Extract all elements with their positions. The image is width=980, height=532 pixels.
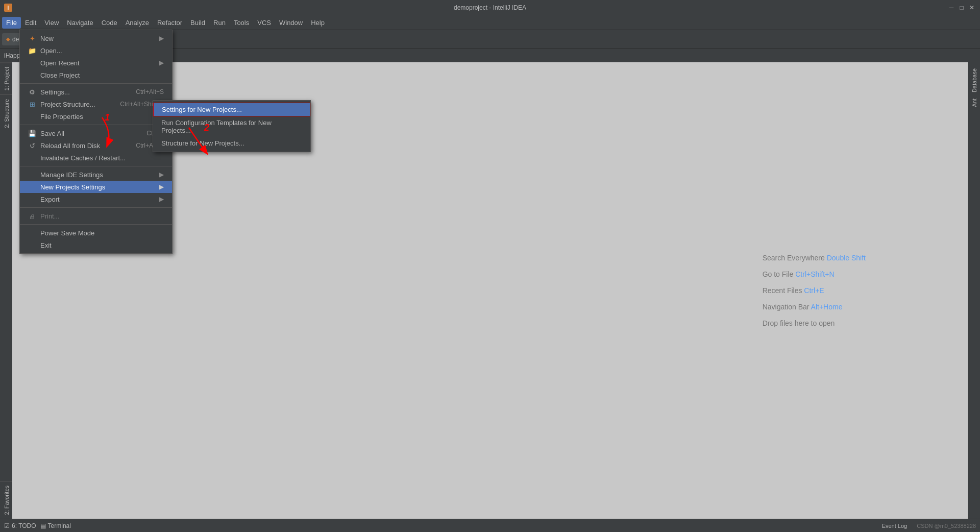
menu-item-file-properties[interactable]: File Properties ▶	[20, 110, 172, 123]
build-menu-item[interactable]: Build	[186, 17, 209, 29]
sidebar-tab-structure[interactable]: 2: Structure	[0, 94, 12, 132]
project-structure-icon: ⊞	[28, 100, 36, 108]
menu-item-export-label: Export	[40, 196, 60, 203]
todo-label: 6: TODO	[12, 522, 36, 529]
sidebar-tab-favorites[interactable]: 2: Favorites	[0, 481, 12, 519]
shortcut-search-key: Double Shift	[827, 254, 866, 262]
new-icon: ✦	[28, 34, 36, 42]
menu-item-new[interactable]: ✦ New ▶	[20, 32, 172, 44]
power-save-icon	[28, 229, 36, 237]
project-name: de	[12, 36, 19, 43]
new-projects-icon	[28, 183, 36, 191]
vcs-menu-item[interactable]: VCS	[253, 17, 275, 29]
terminal-label: Terminal	[48, 522, 71, 529]
title-bar: I demoproject - IntelliJ IDEA ─ □ ✕	[0, 0, 980, 15]
submenu-item-settings-new-projects[interactable]: Settings for New Projects...	[153, 103, 310, 116]
title-bar-controls: ─ □ ✕	[947, 4, 976, 12]
file-menu-dropdown: ✦ New ▶ 📁 Open... Open Recent ▶ Close Pr…	[19, 30, 173, 254]
project-icon: ◆	[6, 36, 10, 42]
window-menu-item[interactable]: Window	[275, 17, 307, 29]
minimize-button[interactable]: ─	[947, 4, 955, 12]
menu-item-invalidate-caches[interactable]: Invalidate Caches / Restart...	[20, 152, 172, 164]
menu-item-manage-ide[interactable]: Manage IDE Settings ▶	[20, 168, 172, 181]
menu-item-settings[interactable]: ⚙ Settings... Ctrl+Alt+S	[20, 86, 172, 98]
shortcut-goto: Go to File Ctrl+Shift+N	[763, 270, 866, 278]
sidebar-spacer	[0, 132, 12, 480]
app-icon: I	[4, 4, 12, 12]
menu-item-manage-ide-label: Manage IDE Settings	[40, 171, 103, 179]
menu-item-new-label: New	[40, 35, 54, 42]
menu-item-power-save[interactable]: Power Save Mode	[20, 227, 172, 239]
right-sidebar-database[interactable]: Database	[969, 66, 979, 94]
menu-item-new-projects-label: New Projects Settings	[40, 183, 105, 191]
shortcut-recent: Recent Files Ctrl+E	[763, 286, 866, 295]
sidebar-tab-project[interactable]: 1: Project	[0, 62, 12, 94]
todo-button[interactable]: ☑ 6: TODO	[4, 522, 36, 529]
credit-label: CSDN @m0_52388228	[917, 523, 976, 529]
menu-item-project-structure[interactable]: ⊞ Project Structure... Ctrl+Alt+Shift+S	[20, 98, 172, 110]
close-project-icon	[28, 71, 36, 79]
save-all-icon: 💾	[28, 129, 36, 137]
welcome-content: Search Everywhere Double Shift Go to Fil…	[763, 254, 866, 327]
analyze-menu-item[interactable]: Analyze	[121, 17, 153, 29]
menu-item-new-projects-settings[interactable]: New Projects Settings ▶	[20, 181, 172, 193]
view-menu-item[interactable]: View	[40, 17, 63, 29]
separator-1	[20, 83, 172, 84]
menu-item-save-all[interactable]: 💾 Save All Ctrl+S	[20, 127, 172, 139]
menu-item-open-label: Open...	[40, 47, 62, 55]
menu-item-reload-all-label: Reload All from Disk	[40, 142, 100, 150]
shortcut-search: Search Everywhere Double Shift	[763, 254, 866, 262]
refactor-menu-item[interactable]: Refactor	[153, 17, 186, 29]
run-menu-item[interactable]: Run	[209, 17, 230, 29]
separator-2	[20, 125, 172, 125]
edit-menu-item[interactable]: Edit	[21, 17, 40, 29]
submenu-item-structure-label: Structure for New Projects...	[161, 139, 244, 147]
navigate-menu-item[interactable]: Navigate	[63, 17, 97, 29]
tools-menu-item[interactable]: Tools	[230, 17, 253, 29]
open-recent-arrow-icon: ▶	[159, 59, 164, 66]
menu-item-project-structure-label: Project Structure...	[40, 101, 95, 108]
manage-ide-icon	[28, 171, 36, 179]
menu-item-reload-all[interactable]: ↺ Reload All from Disk Ctrl+Alt+Y	[20, 139, 172, 152]
menu-item-power-save-label: Power Save Mode	[40, 229, 94, 237]
menu-item-open-recent-label: Open Recent	[40, 59, 80, 67]
menu-item-open[interactable]: 📁 Open...	[20, 44, 172, 57]
right-sidebar-ant[interactable]: Ant	[969, 96, 979, 109]
title-bar-title: demoproject - IntelliJ IDEA	[454, 4, 526, 11]
maximize-button[interactable]: □	[958, 4, 966, 12]
menu-item-settings-label: Settings...	[40, 88, 70, 96]
terminal-icon: ▤	[40, 522, 46, 529]
menu-item-close-project-label: Close Project	[40, 71, 80, 79]
menu-item-open-recent[interactable]: Open Recent ▶	[20, 57, 172, 69]
print-icon: 🖨	[28, 212, 36, 220]
exit-icon	[28, 241, 36, 249]
terminal-button[interactable]: ▤ Terminal	[40, 522, 71, 529]
settings-shortcut: Ctrl+Alt+S	[136, 88, 164, 95]
file-menu-item[interactable]: File	[2, 17, 21, 29]
menu-item-exit[interactable]: Exit	[20, 239, 172, 251]
help-menu-item[interactable]: Help	[307, 17, 329, 29]
file-properties-icon	[28, 112, 36, 120]
right-sidebar: Database Ant	[968, 62, 980, 519]
open-icon: 📁	[28, 46, 36, 55]
todo-icon: ☑	[4, 522, 10, 529]
menu-item-print[interactable]: 🖨 Print...	[20, 210, 172, 222]
shortcut-navbar: Navigation Bar Alt+Home	[763, 303, 866, 311]
menu-item-save-all-label: Save All	[40, 130, 64, 137]
menu-item-close-project[interactable]: Close Project	[20, 69, 172, 81]
menu-item-file-properties-label: File Properties	[40, 113, 83, 120]
event-log-button[interactable]: Event Log	[882, 523, 908, 529]
menu-item-export[interactable]: Export ▶	[20, 193, 172, 205]
menu-bar: File Edit View Navigate Code Analyze Ref…	[0, 15, 980, 30]
new-projects-arrow-icon: ▶	[159, 183, 164, 190]
close-button[interactable]: ✕	[968, 4, 976, 12]
code-menu-item[interactable]: Code	[97, 17, 121, 29]
menu-item-invalidate-label: Invalidate Caches / Restart...	[40, 154, 126, 162]
export-icon	[28, 195, 36, 203]
submenu-item-run-config[interactable]: Run Configuration Templates for New Proj…	[153, 116, 310, 137]
submenu-item-structure[interactable]: Structure for New Projects...	[153, 137, 310, 150]
new-projects-submenu: Settings for New Projects... Run Configu…	[153, 100, 311, 152]
settings-icon: ⚙	[28, 88, 36, 96]
reload-all-icon: ↺	[28, 141, 36, 150]
bottom-bar: ☑ 6: TODO ▤ Terminal Event Log CSDN @m0_…	[0, 519, 980, 532]
